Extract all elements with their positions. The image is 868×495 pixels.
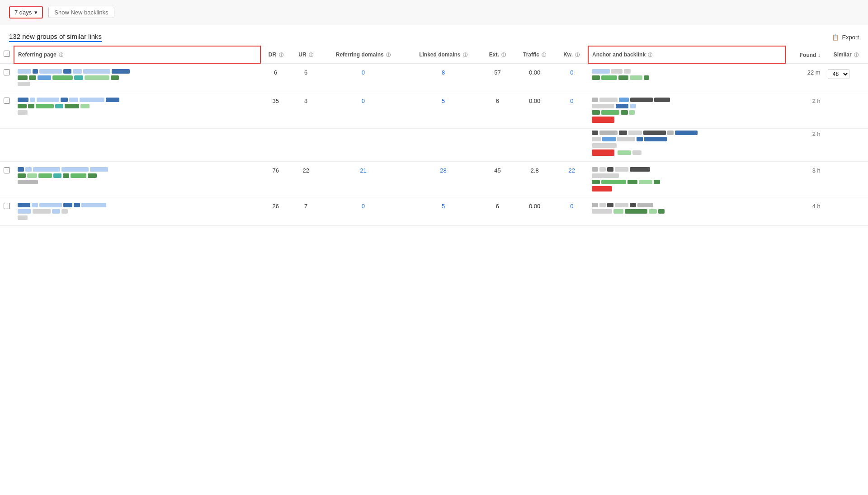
table-row: 35 8 0 5 6 0.00 0 <box>0 92 868 129</box>
sub-row-2-ext <box>481 129 514 162</box>
row-4-ext: 6 <box>481 197 514 226</box>
row-4-referring-page <box>14 197 260 226</box>
row-3-ref-domains-link[interactable]: 21 <box>360 167 366 174</box>
blurred-text <box>18 167 24 172</box>
days-dropdown[interactable]: 7 days ▾ <box>9 6 43 19</box>
row-2-linked-domains-link[interactable]: 5 <box>442 98 445 104</box>
blurred-anchor <box>658 209 665 214</box>
blurred-anchor <box>617 137 635 141</box>
blurred-text <box>18 203 30 207</box>
blurred-anchor <box>644 137 667 141</box>
traffic-info-icon[interactable]: ⓘ <box>542 52 546 57</box>
dr-header: DR ⓘ <box>260 46 291 63</box>
export-icon: 📋 <box>832 34 839 41</box>
blurred-text <box>61 167 89 172</box>
days-label: 7 days <box>14 9 32 16</box>
row-3-referring-page <box>14 162 260 197</box>
blurred-anchor <box>637 137 643 141</box>
blurred-anchor <box>637 203 653 207</box>
row-1-linked-domains-link[interactable]: 8 <box>442 69 445 76</box>
row-4-kw-link[interactable]: 0 <box>570 203 573 210</box>
row-1-linked-domains: 8 <box>406 63 481 92</box>
row-3-checkbox[interactable] <box>4 167 10 173</box>
sub-row-2-traffic <box>514 129 556 162</box>
referring-page-info-icon[interactable]: ⓘ <box>59 52 63 57</box>
row-2-ref-domains-link[interactable]: 0 <box>362 98 365 104</box>
blurred-anchor <box>592 173 619 178</box>
blurred-anchor <box>592 143 617 148</box>
blurred-anchor <box>625 209 647 214</box>
select-all-header[interactable] <box>0 46 14 63</box>
blurred-text <box>83 69 110 74</box>
blurred-text <box>85 75 109 80</box>
row-4-checkbox[interactable] <box>4 203 10 209</box>
linked-domains-info-icon[interactable]: ⓘ <box>463 52 467 57</box>
blurred-text <box>80 104 90 108</box>
row-3-similar <box>824 162 868 197</box>
top-bar: 7 days ▾ Show New backlinks <box>0 0 868 25</box>
blurred-anchor <box>618 150 631 155</box>
red-bar <box>592 186 612 191</box>
blurred-text <box>33 69 38 74</box>
blurred-anchor <box>627 180 637 184</box>
row-4-linked-domains-link[interactable]: 5 <box>442 203 445 210</box>
row-3-traffic: 2.8 <box>514 162 556 197</box>
blurred-text <box>106 98 119 102</box>
blurred-anchor <box>643 131 666 135</box>
blurred-text <box>18 173 26 178</box>
table-container: Referring page ⓘ DR ⓘ UR ⓘ Referring dom… <box>0 46 868 226</box>
blurred-anchor <box>654 180 660 184</box>
blurred-anchor <box>607 203 613 207</box>
table-row: 6 6 0 8 57 0.00 0 <box>0 63 868 92</box>
row-2-dr: 35 <box>260 92 291 129</box>
row-3-checkbox-cell <box>0 162 14 197</box>
show-new-backlinks-button[interactable]: Show New backlinks <box>48 7 114 18</box>
row-2-kw: 0 <box>556 92 589 129</box>
blurred-text <box>61 98 68 102</box>
kw-info-icon[interactable]: ⓘ <box>575 52 580 57</box>
ref-domains-info-icon[interactable]: ⓘ <box>386 52 391 57</box>
row-4-linked-domains: 5 <box>406 197 481 226</box>
row-4-ur: 7 <box>291 197 321 226</box>
blurred-text <box>71 173 86 178</box>
sub-row-2-checkbox-cell <box>0 129 14 162</box>
row-1-ref-domains-link[interactable]: 0 <box>362 69 365 76</box>
blurred-anchor <box>592 209 612 214</box>
row-2-kw-link[interactable]: 0 <box>570 98 573 104</box>
blurred-text <box>39 69 62 74</box>
anchor-info-icon[interactable]: ⓘ <box>648 52 652 57</box>
blurred-anchor <box>615 167 628 172</box>
row-3-linked-domains-link[interactable]: 28 <box>440 167 446 174</box>
similar-header: Similar ⓘ <box>824 46 868 63</box>
row-1-similar-select[interactable]: 48 <box>828 69 849 79</box>
blurred-anchor <box>592 131 598 135</box>
sub-row-2-dr <box>260 129 291 162</box>
blurred-text <box>18 98 28 102</box>
blurred-anchor <box>644 75 649 80</box>
row-2-similar <box>824 92 868 129</box>
row-3-dr: 76 <box>260 162 291 197</box>
sub-row-2-linked-domains <box>406 129 481 162</box>
row-4-ref-domains-link[interactable]: 0 <box>362 203 365 210</box>
ext-info-icon[interactable]: ⓘ <box>501 52 506 57</box>
blurred-text <box>53 173 61 178</box>
row-3-kw-link[interactable]: 22 <box>569 167 575 174</box>
dr-info-icon[interactable]: ⓘ <box>279 52 283 57</box>
red-bar <box>592 117 614 123</box>
blurred-text <box>18 82 30 86</box>
row-2-checkbox[interactable] <box>4 98 10 104</box>
blurred-anchor <box>592 137 601 141</box>
export-button[interactable]: 📋 Export <box>832 34 859 41</box>
blurred-anchor <box>618 75 628 80</box>
blurred-anchor <box>630 104 636 108</box>
blurred-text <box>32 203 38 207</box>
blurred-anchor <box>630 203 636 207</box>
row-1-ur: 6 <box>291 63 321 92</box>
similar-info-icon[interactable]: ⓘ <box>854 52 859 57</box>
blurred-anchor <box>613 209 623 214</box>
row-1-kw-link[interactable]: 0 <box>570 69 573 76</box>
select-all-checkbox[interactable] <box>4 51 10 57</box>
row-1-checkbox[interactable] <box>4 69 10 75</box>
summary-text: 132 new groups of similar links <box>9 33 102 42</box>
ur-info-icon[interactable]: ⓘ <box>309 52 313 57</box>
